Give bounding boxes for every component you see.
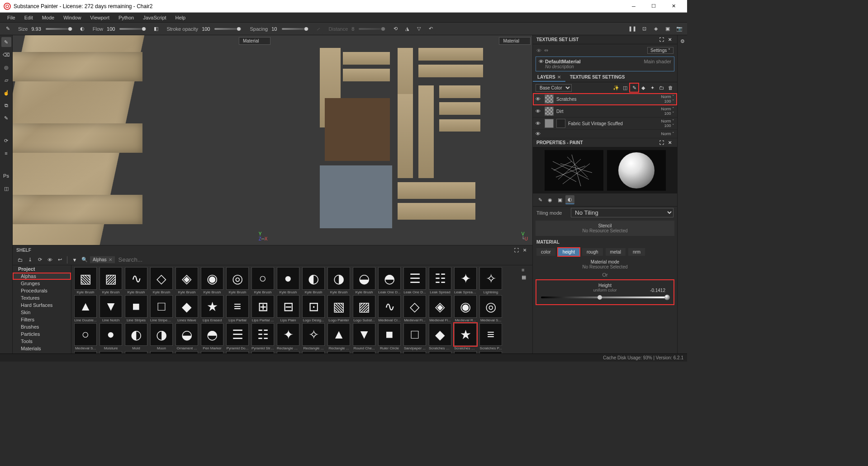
flow-value[interactable]: 100 [107, 26, 115, 32]
bake-tool[interactable]: ⟳ [1, 136, 11, 146]
shelf-item[interactable]: ▼Round Che... [352, 323, 376, 350]
shelf-tree-brushes[interactable]: Brushes [13, 323, 71, 330]
shelf-item[interactable]: ◓Shape Inky [453, 351, 478, 353]
shelf-item[interactable]: ☷Pyramid Stri... [251, 323, 275, 350]
shelf-item[interactable]: ◑Moon [149, 323, 174, 350]
size-slider[interactable] [46, 28, 73, 30]
shelf-tree-materials[interactable]: Materials [13, 345, 71, 352]
shelf-item[interactable]: ◑Shape Dots [403, 351, 427, 353]
cube-icon[interactable]: ◈ [651, 24, 661, 34]
shelf-item[interactable]: ▲Rectangle ... [327, 323, 351, 350]
shelf-tree-alphas[interactable]: Alphas [13, 273, 71, 280]
height-value[interactable]: -0.1412 [650, 288, 665, 293]
viewport-2d[interactable]: Material V└U [273, 35, 533, 245]
maximize-button[interactable]: ☐ [644, 0, 664, 13]
paint-tool[interactable]: ✎ [1, 37, 11, 47]
smudge-tool[interactable]: ☝ [1, 88, 11, 98]
shelf-grid-view-icon[interactable]: ▦ [522, 274, 531, 280]
shelf-tree-procedurals[interactable]: Procedurals [13, 287, 71, 294]
pause-icon[interactable]: ❚❚ [627, 24, 637, 34]
shelf-folder-icon[interactable]: 🗀 [15, 255, 24, 264]
menu-help[interactable]: Help [171, 14, 190, 21]
shelf-item[interactable]: ●Shape Cone [352, 351, 376, 353]
shelf-item[interactable]: ⊡Logo Desig... [301, 295, 326, 322]
screenshot-icon[interactable]: 📷 [674, 24, 684, 34]
shelf-list-view-icon[interactable]: ≡ [522, 267, 531, 273]
tiling-select[interactable]: No Tiling [571, 208, 674, 217]
shelf-tree-filters[interactable]: Filters [13, 316, 71, 323]
shelf-tree-tools[interactable]: Tools [13, 338, 71, 345]
clone-tool[interactable]: ⧉ [1, 100, 11, 110]
layer-blend[interactable]: Norm ˅100 ˅ [661, 107, 675, 116]
layer-row[interactable]: 👁Norm ˅ [533, 130, 677, 138]
menu-window[interactable]: Window [59, 14, 85, 21]
material-preview[interactable] [607, 150, 666, 191]
shelf-item[interactable]: ∿Shape Bord... [200, 351, 224, 353]
ts-item-eye-icon[interactable]: 👁 [539, 59, 544, 64]
menu-file[interactable]: File [3, 14, 20, 21]
lazy-mouse-icon[interactable]: ⟋ [313, 24, 323, 34]
shelf-item[interactable]: ○Kyle Brush [251, 267, 275, 294]
shelf-item[interactable]: ◑Kyle Brush [327, 267, 351, 294]
tab-layers[interactable]: LAYERS✕ [533, 73, 565, 82]
ts-visibility-icon[interactable]: 👁 [536, 48, 541, 53]
shelf-item[interactable]: ⊡Shape Bell [124, 351, 148, 353]
projection-tool[interactable]: ◎ [1, 62, 11, 72]
shelf-item[interactable]: ○Shape Caps... [327, 351, 351, 353]
viewport-2d-mode[interactable]: Material [499, 37, 531, 45]
channel-rough[interactable]: rough [582, 248, 603, 256]
add-paint-layer-icon[interactable]: ✎ [630, 84, 638, 92]
shelf-expand-icon[interactable]: ⛶ [512, 246, 521, 254]
tab-texture-set-settings[interactable]: TEXTURE SET SETTINGS [565, 73, 630, 82]
shelf-item[interactable]: ◇Medieval Fl... [403, 295, 427, 322]
viewport-3d-mode[interactable]: Material [239, 37, 270, 45]
size-value[interactable]: 9.93 [31, 26, 41, 32]
height-slider[interactable]: -0.1412 [541, 294, 669, 301]
layer-visibility-icon[interactable]: 👁 [536, 108, 542, 114]
shelf-tree-grunges[interactable]: Grunges [13, 280, 71, 287]
add-fill-layer-icon[interactable]: ◆ [639, 84, 647, 92]
shelf-item[interactable]: ◓Pen Marker [200, 323, 224, 350]
shelf-item[interactable]: ⊟Shape [99, 351, 123, 353]
shelf-item[interactable]: □Sandpaper ... [403, 323, 427, 350]
shelf-item[interactable]: ✧Rectangle ... [301, 323, 326, 350]
undo-icon[interactable]: ↶ [426, 24, 436, 34]
shelf-item[interactable]: ≡Scratches P... [479, 323, 503, 350]
ts-expand-icon[interactable]: ⛶ [658, 36, 665, 43]
perspective-icon[interactable]: ⊡ [639, 24, 649, 34]
shelf-item[interactable]: ▲Line Double... [73, 295, 98, 322]
alpha-preview[interactable] [545, 150, 603, 191]
shelf-item[interactable]: ▧Shape Bell ... [149, 351, 174, 353]
shelf-item[interactable]: ◉Shape Bord... [276, 351, 300, 353]
shelf-item[interactable]: ●Kyle Brush [276, 267, 300, 294]
shelf-item[interactable]: ◈Shape Bord... [251, 351, 275, 353]
shelf-item[interactable]: ✦Leak Spread... [453, 267, 478, 294]
shelf-item[interactable]: ◆Lines Wave [175, 295, 199, 322]
shelf-back-icon[interactable]: ↩ [55, 255, 64, 264]
mirror-y-icon[interactable]: ▽ [414, 24, 424, 34]
shelf-tree-project[interactable]: Project [13, 265, 71, 273]
eraser-tool[interactable]: ⌫ [1, 50, 11, 60]
shelf-item[interactable]: ▼Line Notch [99, 295, 123, 322]
layer-visibility-icon[interactable]: 👁 [536, 121, 542, 126]
ts-settings-dropdown[interactable]: Settings ˅ [647, 47, 674, 54]
mirror-icon[interactable]: ◮ [402, 24, 412, 34]
shelf-tree-particles[interactable]: Particles [13, 330, 71, 338]
shelf-item[interactable]: □Line Stripes ... [149, 295, 174, 322]
shelf-item[interactable]: ▧Kyle Brush [73, 267, 98, 294]
menu-mode[interactable]: Mode [38, 14, 59, 21]
shelf-filter-icon[interactable]: ▼ [70, 255, 79, 264]
shelf-item[interactable]: ◎Medieval S... [479, 295, 503, 322]
shelf-item[interactable]: ☷Leak Spread [428, 267, 452, 294]
channel-height[interactable]: height [558, 248, 579, 256]
settings-icon[interactable]: ⚙ [678, 37, 687, 45]
shelf-item[interactable]: ◇Shape Bord... [225, 351, 250, 353]
shelf-tree-skin[interactable]: Skin [13, 309, 71, 316]
opacity-value[interactable]: 100 [202, 26, 210, 32]
shelf-item[interactable]: ◈Kyle Brush [175, 267, 199, 294]
shelf-tree-hard-surfaces[interactable]: Hard Surfaces [13, 301, 71, 309]
add-folder-icon[interactable]: 🗀 [657, 84, 665, 92]
shelf-item[interactable]: ▨Kyle Brush [99, 267, 123, 294]
shelf-item[interactable]: ◆Scratches D... [428, 323, 452, 350]
shelf-item[interactable]: ▧Logo Painter [327, 295, 351, 322]
